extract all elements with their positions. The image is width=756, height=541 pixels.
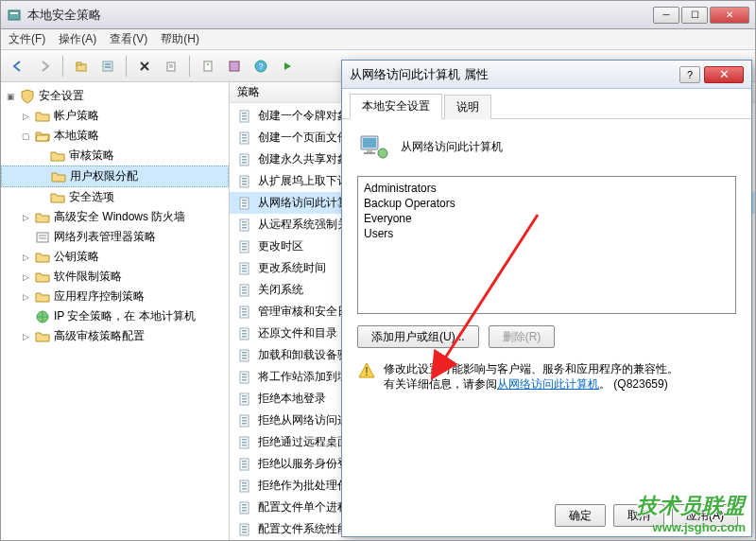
list-button[interactable] [96,55,119,78]
remove-button[interactable]: 删除(R) [489,325,556,348]
list-row-label: 更改时区 [258,238,303,254]
list-row-label: 将工作站添加到域 [258,369,349,385]
list-item[interactable]: Backup Operators [364,196,730,211]
policy-icon [237,457,252,472]
svg-rect-82 [242,461,247,462]
run-button[interactable] [276,55,299,78]
menu-help[interactable]: 帮助(H) [161,31,199,47]
help-link[interactable]: 从网络访问此计算机 [497,377,599,391]
policy-icon [237,413,252,428]
menu-file[interactable]: 文件(F) [9,31,45,47]
tree-account-policy[interactable]: ▷帐户策略 [1,106,229,126]
expand-icon[interactable]: ▷ [20,331,31,342]
svg-rect-70 [242,395,247,397]
dialog-body: 从网络访问此计算机 AdministratorsBackup Operators… [342,119,751,403]
svg-rect-44 [242,249,247,251]
minimize-button[interactable]: ─ [653,7,679,24]
app-icon [7,8,22,23]
list-item[interactable]: Users [364,226,730,241]
ok-button[interactable]: 确定 [555,504,606,527]
svg-rect-20 [242,118,247,120]
warning-icon: ! [357,361,376,380]
toolbar-separator [189,56,190,77]
svg-rect-76 [242,423,247,425]
users-listbox[interactable]: AdministratorsBackup OperatorsEveryoneUs… [357,176,736,314]
policy-icon [237,435,252,450]
list-icon [35,230,50,245]
tree-pubkey[interactable]: ▷公钥策略 [1,247,229,267]
expand-icon[interactable]: ▷ [20,252,31,263]
svg-rect-8 [204,61,212,71]
list-row-label: 关闭系统 [258,282,303,298]
folder-icon [35,289,50,305]
tree-netlist[interactable]: 网络列表管理器策略 [1,227,229,247]
svg-rect-13 [37,233,48,242]
svg-point-105 [378,148,387,158]
back-button[interactable] [7,55,29,78]
dialog-titlebar: 从网络访问此计算机 属性 ? ✕ [342,61,751,89]
tree-security-options[interactable]: 安全选项 [1,187,229,207]
menu-view[interactable]: 查看(V) [110,31,147,47]
list-item[interactable]: Everyone [364,211,730,226]
list-header-label: 策略 [237,84,260,100]
tree: ▣安全设置 ▷帐户策略 ▢本地策略 审核策略 用户权限分配 安全选项 ▷高级安全… [1,86,229,346]
maximize-button[interactable]: ☐ [681,7,708,24]
window-titlebar: 本地安全策略 ─ ☐ ✕ [1,1,755,29]
svg-rect-103 [367,149,372,152]
list-row-label: 配置文件单个进程 [258,499,349,515]
svg-rect-42 [242,243,247,245]
shield-icon [20,89,35,104]
forward-button[interactable] [33,55,56,78]
up-button[interactable] [70,55,93,78]
menu-action[interactable]: 操作(A) [59,31,96,47]
tree-label: 应用程序控制策略 [54,288,145,305]
svg-rect-80 [242,445,247,446]
svg-rect-32 [242,183,247,185]
tree-software[interactable]: ▷软件限制策略 [1,267,229,287]
tree-label: 网络列表管理器策略 [54,229,156,245]
folder-icon [35,329,50,344]
tree-firewall[interactable]: ▷高级安全 Windows 防火墙 [1,207,229,227]
svg-rect-58 [242,330,247,332]
svg-rect-51 [242,289,247,291]
tree-user-rights[interactable]: 用户权限分配 [1,166,229,187]
expand-icon[interactable]: ▷ [20,111,31,122]
tree-audit-policy[interactable]: 审核策略 [1,146,229,166]
export-button[interactable] [160,55,182,78]
svg-rect-18 [242,113,247,114]
collapse-icon[interactable]: ▢ [20,131,31,142]
dialog-title: 从网络访问此计算机 属性 [350,66,679,83]
list-item[interactable]: Administrators [364,181,730,196]
tree-label: IP 安全策略，在 本地计算机 [54,308,196,324]
add-user-button[interactable]: 添加用户或组(U)... [357,325,479,348]
close-button[interactable]: ✕ [710,7,749,24]
expand-icon[interactable]: ▷ [20,271,31,283]
expand-icon[interactable]: ▷ [20,212,31,223]
tree-local-policy[interactable]: ▢本地策略 [1,126,229,146]
svg-rect-50 [242,287,247,288]
tree-ipsec[interactable]: IP 安全策略，在 本地计算机 [1,306,229,326]
tree-label: 软件限制策略 [54,269,122,285]
tree-pane[interactable]: ▣安全设置 ▷帐户策略 ▢本地策略 审核策略 用户权限分配 安全选项 ▷高级安全… [1,82,230,540]
svg-rect-86 [242,482,247,484]
svg-rect-31 [242,181,247,183]
expand-icon[interactable]: ▷ [20,291,31,303]
delete-button[interactable] [133,55,156,78]
dialog-help-button[interactable]: ? [679,66,700,83]
svg-rect-34 [242,200,247,201]
properties-button[interactable] [197,55,219,78]
toolbar-separator [62,56,63,77]
tree-label: 高级安全 Windows 防火墙 [54,209,185,225]
refresh-button[interactable] [223,55,246,78]
svg-rect-56 [242,314,247,316]
svg-rect-27 [242,159,247,161]
tree-advaudit[interactable]: ▷高级审核策略配置 [1,326,229,346]
svg-rect-36 [242,205,247,207]
warning-text: 修改此设置可能影响与客户端、服务和应用程序的兼容性。 有关详细信息，请参阅从网络… [384,361,679,392]
tree-root[interactable]: ▣安全设置 [1,86,229,106]
tree-appcontrol[interactable]: ▷应用程序控制策略 [1,287,229,306]
tab-explain[interactable]: 说明 [444,95,491,119]
dialog-close-button[interactable]: ✕ [704,66,744,83]
help-button[interactable]: ? [249,55,272,78]
tab-local-security[interactable]: 本地安全设置 [350,94,442,119]
